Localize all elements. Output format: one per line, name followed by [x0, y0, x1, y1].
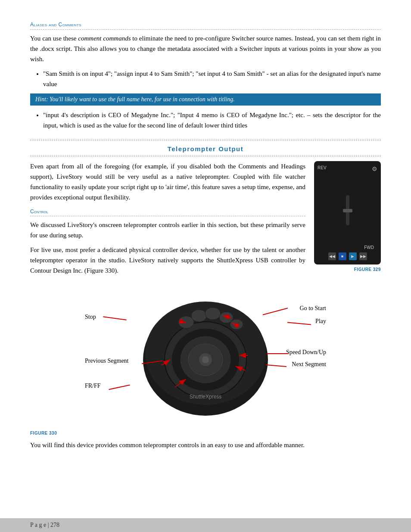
control-divider: [30, 216, 305, 216]
gear-icon: ⚙: [372, 165, 377, 173]
shuttle-diagram: ShuttleXpress: [30, 289, 381, 450]
svg-text:ShuttleXpress: ShuttleXpress: [190, 394, 222, 400]
skip-back-button[interactable]: ◀◀: [328, 252, 336, 260]
transport-buttons: ◀◀ ■ ▶ ▶▶: [328, 252, 367, 260]
aliases-section: Aliases and Comments You can use these c…: [30, 22, 381, 131]
teleprompter-body3: For live use, most prefer a dedicated ph…: [30, 245, 305, 276]
fwd-label: FWD: [364, 245, 374, 250]
stop-label: Stop: [85, 314, 96, 320]
controller-top-row: REV ⚙: [318, 165, 377, 173]
slider-track: [346, 195, 349, 225]
teleprompter-body4: You will find this device provides commo…: [30, 440, 381, 450]
figure329-container: REV ⚙ FWD ◀◀ ■ ▶: [314, 161, 381, 272]
svg-point-10: [205, 308, 221, 320]
svg-point-8: [178, 316, 194, 328]
page-label: P a g e |: [30, 522, 50, 528]
svg-point-9: [191, 310, 207, 322]
play-label: Play: [315, 318, 326, 325]
figure329-caption: FIGURE 329: [314, 267, 381, 272]
stop-button[interactable]: ■: [339, 252, 346, 260]
aliases-heading: Aliases and Comments: [30, 22, 381, 28]
teleprompter-section: Teleprompter Output Even apart from all …: [30, 139, 381, 280]
speed-label: Speed Down/Up: [286, 349, 326, 356]
teleprompter-text-col: Even apart from all of the foregoing (fo…: [30, 161, 305, 280]
page: Aliases and Comments You can use these c…: [0, 0, 411, 532]
skip-forward-button[interactable]: ▶▶: [359, 252, 367, 260]
rev-label: REV: [318, 165, 327, 173]
shuttle-svg: ShuttleXpress: [132, 289, 279, 422]
controller-slider-area: [318, 175, 377, 245]
page-number: 278: [50, 522, 59, 528]
slider-thumb: [343, 209, 352, 212]
teleprompter-heading: Teleprompter Output: [30, 145, 381, 152]
teleprompter-body2: We discussed LiveStory's onscreen telepr…: [30, 220, 305, 240]
teleprompter-divider-top2: [30, 140, 381, 141]
frff-label: FR/FF: [85, 383, 101, 389]
aliases-bullets: "Sam Smith is on input 4"; "assign input…: [43, 68, 381, 89]
page-footer: P a g e | 278: [0, 518, 411, 532]
teleprompter-divider-bot1: [30, 155, 381, 156]
teleprompter-divider-top1: [30, 139, 381, 140]
bullet-item-2: "input 4's description is CEO of Megadyn…: [43, 110, 381, 131]
svg-point-12: [230, 319, 243, 330]
teleprompter-body1: Even apart from all of the foregoing (fo…: [30, 161, 305, 202]
aliases-bullets-2: "input 4's description is CEO of Megadyn…: [43, 110, 381, 131]
prev-segment-label: Previous Segment: [85, 358, 129, 364]
shuttle-container: ShuttleXpress: [85, 289, 326, 422]
control-heading: Control: [30, 208, 305, 215]
next-segment-label: Next Segment: [292, 361, 326, 368]
svg-point-7: [202, 356, 209, 363]
teleprompter-divider-bot2: [30, 156, 381, 157]
bullet-item-1: "Sam Smith is on input 4"; "assign input…: [43, 68, 381, 89]
go-to-start-label: Go to Start: [300, 305, 326, 312]
hint-box: Hint: You'll likely want to use the full…: [30, 93, 381, 106]
aliases-body1: You can use these comment commands to el…: [30, 33, 381, 64]
teleprompter-content-wrapper: Even apart from all of the foregoing (fo…: [30, 161, 381, 280]
controller-device: REV ⚙ FWD ◀◀ ■ ▶: [314, 161, 381, 264]
aliases-divider-top: [30, 29, 381, 30]
figure330-caption: FIGURE 330: [30, 431, 381, 436]
play-button[interactable]: ▶: [349, 252, 357, 260]
